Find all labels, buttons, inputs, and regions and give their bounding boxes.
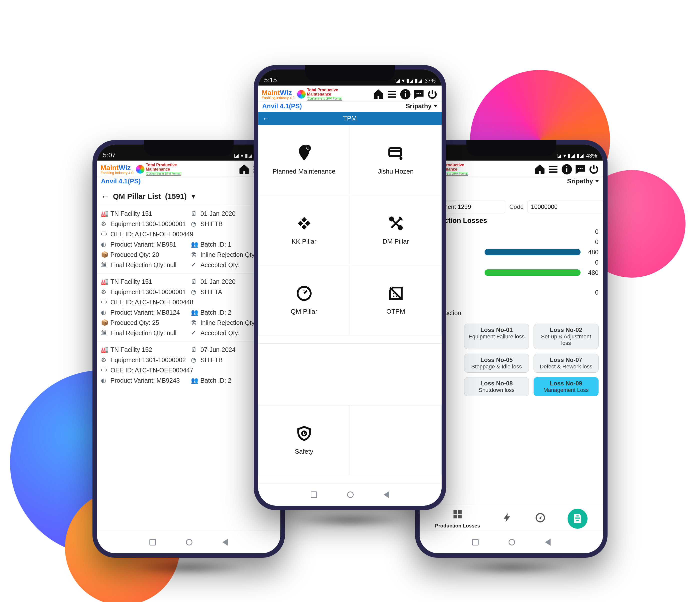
tile-dm-pillar[interactable]: DM Pillar — [350, 195, 442, 265]
batch-icon: 👥 — [191, 377, 198, 384]
notch — [466, 140, 556, 156]
oee-title: OEE — [424, 191, 599, 199]
info-icon[interactable] — [400, 89, 411, 100]
loss-chip-05[interactable]: Loss No-05Stoppage & Idle loss — [464, 354, 529, 372]
user-dropdown[interactable]: Sripathy — [406, 102, 438, 110]
power-icon[interactable] — [427, 89, 438, 100]
shift-icon: ◔ — [191, 356, 198, 363]
loss-chip-02[interactable]: Loss No-02Set-up & Adjustment loss — [533, 323, 599, 349]
svg-rect-10 — [576, 515, 579, 517]
tile-kk-pillar[interactable]: KK Pillar — [258, 195, 350, 265]
bar-blue — [484, 249, 580, 255]
equipment-icon: ⚙ — [101, 356, 108, 363]
menu-icon[interactable] — [386, 89, 398, 100]
qm-card[interactable]: 🏭TN Facility 151🗓01-Jan-2020 ⚙Equipment … — [97, 273, 280, 342]
loss-chip-08[interactable]: Loss No-08Shutdown loss — [464, 377, 529, 396]
code-input[interactable] — [528, 200, 603, 213]
losses-heading: Production Losses — [424, 217, 599, 224]
nav-back-icon[interactable] — [222, 539, 228, 546]
monitor-icon: 🖵 — [101, 298, 108, 306]
nav-back-icon[interactable] — [545, 539, 551, 546]
tab-energy[interactable] — [502, 512, 513, 526]
tile-safety[interactable]: Safety — [258, 405, 350, 475]
tile-planned-maintenance[interactable]: Planned Maintenance — [258, 125, 350, 195]
accepted-icon: ✔ — [191, 261, 198, 268]
svg-point-3 — [580, 168, 581, 169]
loss-chip-07[interactable]: Loss No-07Defect & Rework loss — [533, 354, 599, 372]
home-icon[interactable] — [373, 89, 384, 100]
bar-green — [484, 269, 580, 276]
qm-list-title-bar: ← QM Pillar List (1591) ▼ — [97, 187, 280, 206]
nav-home-icon[interactable] — [508, 539, 515, 546]
monitor-icon: 🖵 — [101, 231, 108, 238]
maintwiz-tagline: Enabling Industry 4.0 — [100, 171, 133, 175]
android-nav — [97, 531, 280, 553]
color-wheel-icon — [297, 90, 306, 99]
svg-point-2 — [578, 168, 579, 169]
color-wheel-icon — [136, 165, 145, 174]
shift-icon: ◔ — [191, 288, 198, 295]
nav-home-icon[interactable] — [347, 491, 354, 498]
app-header: MaintWiz Enabling Industry 4.0 Total Pro… — [258, 86, 442, 102]
facility-icon: 🏭 — [101, 346, 108, 353]
tile-otpm[interactable]: OTPM — [350, 265, 442, 335]
app-header: MaintWiz Enabling Industry 4.0 Total Pro… — [97, 161, 280, 177]
tile-label: Planned Maintenance — [273, 168, 335, 175]
nav-recent-icon[interactable] — [149, 539, 156, 546]
tile-qm-pillar[interactable]: QM Pillar — [258, 265, 350, 335]
title-text: TPM — [343, 115, 357, 122]
qm-card[interactable]: 🏭TN Facility 151🗓01-Jan-2020 ⚙Equipment … — [97, 206, 280, 273]
svg-rect-5 — [453, 510, 457, 514]
variant-icon: ◐ — [101, 309, 108, 316]
svg-point-18 — [390, 217, 393, 221]
shadow — [131, 560, 246, 575]
maintwiz-tagline: Enabling Industry 4.0 — [262, 96, 295, 100]
chevron-down-icon — [433, 105, 438, 107]
grid-gap — [258, 335, 442, 344]
tile-jishu-hozen[interactable]: Jishu Hozen — [350, 125, 442, 195]
bank-icon: 🏛 — [101, 261, 108, 268]
menu-icon[interactable] — [548, 164, 559, 175]
equipment-icon: ⚙ — [101, 220, 108, 227]
produced-icon: 📦 — [101, 251, 108, 258]
chat-icon[interactable] — [575, 164, 586, 175]
svg-point-15 — [420, 93, 421, 94]
loss-chip-01[interactable]: Loss No-01Equipment Failure loss — [464, 323, 529, 349]
code-label: Code — [509, 203, 524, 210]
nav-recent-icon[interactable] — [472, 539, 479, 546]
info-icon[interactable] — [561, 164, 573, 175]
svg-rect-7 — [453, 515, 457, 519]
list-title: QM Pillar List (1591) — [113, 192, 187, 200]
facility-icon: 🏭 — [101, 278, 108, 285]
nav-back-icon[interactable] — [383, 491, 389, 498]
svg-point-14 — [418, 93, 419, 94]
chat-icon[interactable] — [413, 89, 425, 100]
save-fab[interactable] — [568, 509, 588, 529]
nav-home-icon[interactable] — [186, 539, 193, 546]
tab-compass[interactable] — [535, 512, 546, 526]
nav-recent-icon[interactable] — [310, 491, 317, 498]
user-dropdown[interactable]: Sripathy — [567, 177, 599, 185]
calendar-icon: 🗓 — [191, 346, 198, 353]
android-nav — [420, 531, 603, 553]
filter-icon[interactable]: ▼ — [190, 193, 197, 200]
back-arrow-icon[interactable]: ← — [101, 192, 109, 201]
svg-point-13 — [416, 93, 417, 94]
qm-card[interactable]: 🏭TN Facility 152🗓07-Jun-2024 ⚙Equipment … — [97, 342, 280, 389]
home-icon[interactable] — [239, 164, 250, 175]
power-icon[interactable] — [588, 164, 600, 175]
loss-chip-09[interactable]: Loss No-09Management Loss — [533, 377, 599, 396]
facility-icon: 🏭 — [101, 210, 108, 217]
tenant-label: Anvil 4.1(PS) — [262, 102, 302, 110]
bank-icon: 🏛 — [101, 329, 108, 336]
chevron-down-icon — [595, 180, 599, 182]
tenant-label: Anvil 4.1(PS) — [101, 177, 141, 185]
tpm-title-bar: ← TPM — [258, 112, 442, 125]
status-icons: ◪ ▾ ▮◢ ▮◢ 37% — [395, 77, 435, 84]
back-arrow-icon[interactable]: ← — [262, 114, 270, 123]
qm-list[interactable]: 🏭TN Facility 151🗓01-Jan-2020 ⚙Equipment … — [97, 206, 280, 531]
tab-production-losses[interactable]: Production Losses — [435, 509, 480, 529]
produced-icon: 📦 — [101, 319, 108, 326]
home-icon[interactable] — [534, 164, 546, 175]
tile-label: QM Pillar — [291, 308, 317, 315]
